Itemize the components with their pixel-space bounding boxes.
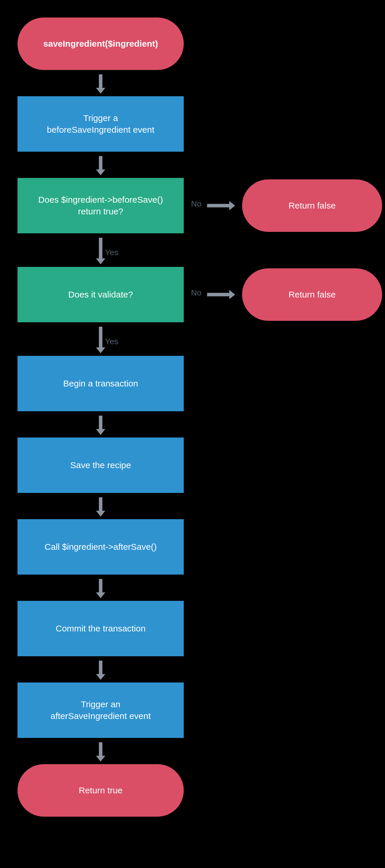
terminal-return-false-2-label: Return false: [288, 289, 336, 301]
terminal-return-true: Return true: [18, 764, 184, 817]
process-commit-tx: Commit the transaction: [18, 601, 184, 656]
arrow: [99, 579, 102, 593]
flowchart-container: saveIngredient($ingredient) Trigger a be…: [18, 18, 367, 852]
process-trigger-after-label: Trigger an afterSaveIngredient event: [51, 699, 151, 722]
process-begin-tx-label: Begin a transaction: [63, 378, 138, 390]
process-save-recipe-label: Save the recipe: [70, 459, 131, 471]
arrow: [99, 661, 102, 675]
edge-label-no: No: [191, 288, 201, 298]
process-commit-tx-label: Commit the transaction: [56, 623, 146, 635]
arrow: [207, 293, 230, 296]
process-trigger-after: Trigger an afterSaveIngredient event: [18, 682, 184, 738]
decision-before-save: Does $ingredient->beforeSave() return tr…: [18, 178, 184, 233]
decision-validate-label: Does it validate?: [68, 289, 133, 301]
terminal-return-false-1: Return false: [242, 179, 382, 232]
terminal-return-false-2: Return false: [242, 268, 382, 321]
arrow: [99, 415, 102, 430]
arrow: [99, 742, 102, 757]
edge-label-yes: Yes: [105, 337, 119, 346]
decision-before-save-label: Does $ingredient->beforeSave() return tr…: [38, 194, 163, 218]
arrow: [99, 74, 102, 89]
process-begin-tx: Begin a transaction: [18, 356, 184, 411]
arrow: [207, 204, 230, 207]
terminal-start-label: saveIngredient($ingredient): [43, 38, 158, 50]
edge-label-no: No: [191, 199, 201, 209]
process-after-save-call: Call $ingredient->afterSave(): [18, 519, 184, 575]
arrow: [99, 156, 102, 170]
decision-validate: Does it validate?: [18, 267, 184, 322]
arrow: [99, 238, 102, 259]
arrow: [99, 497, 102, 512]
process-trigger-before: Trigger a beforeSaveIngredient event: [18, 96, 184, 152]
process-after-save-call-label: Call $ingredient->afterSave(): [44, 541, 157, 553]
process-save-recipe: Save the recipe: [18, 437, 184, 493]
terminal-return-true-label: Return true: [79, 784, 123, 797]
process-trigger-before-label: Trigger a beforeSaveIngredient event: [47, 112, 155, 136]
edge-label-yes: Yes: [105, 248, 119, 257]
terminal-start: saveIngredient($ingredient): [18, 18, 184, 70]
terminal-return-false-1-label: Return false: [288, 200, 336, 212]
arrow: [99, 327, 102, 348]
